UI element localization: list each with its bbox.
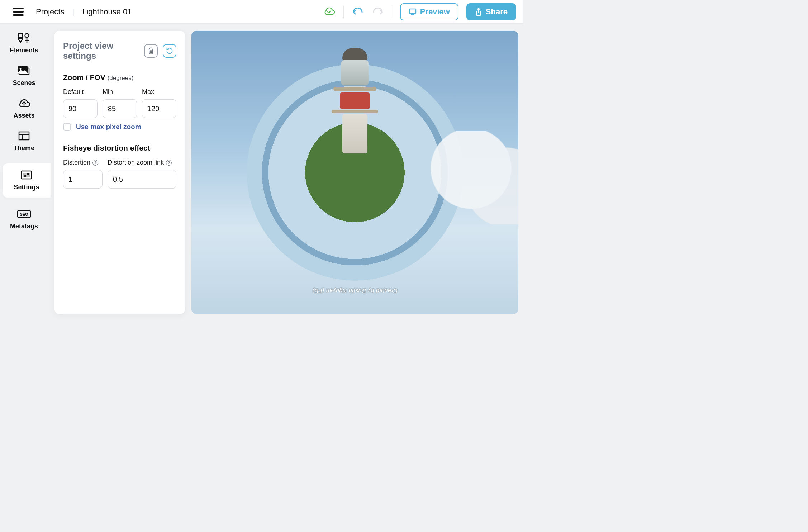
distortion-zoomlink-label: Distortion zoom link ?	[108, 159, 176, 166]
sidebar-item-assets[interactable]: Assets	[7, 98, 41, 119]
fisheye-section-title: Fisheye distortion effect	[63, 144, 176, 152]
distortion-zoomlink-input[interactable]	[108, 170, 176, 189]
cloud-upload-icon	[17, 98, 31, 108]
preview-button-label: Preview	[420, 7, 450, 16]
divider	[343, 5, 344, 18]
share-button[interactable]: Share	[466, 3, 516, 20]
max-fov-input[interactable]	[142, 99, 176, 118]
sidebar-item-label: Metatags	[10, 223, 38, 230]
svg-point-2	[25, 34, 29, 38]
svg-rect-1	[18, 34, 23, 37]
redo-icon[interactable]	[372, 6, 384, 18]
layout-icon	[17, 131, 31, 141]
sidebar-item-settings[interactable]: Settings	[3, 163, 51, 198]
sidebar-item-elements[interactable]: Elements	[7, 33, 41, 54]
breadcrumb: Projects | Lighthouse 01	[36, 7, 132, 16]
help-icon[interactable]: ?	[92, 160, 98, 166]
breadcrumb-projects[interactable]: Projects	[36, 7, 64, 16]
lighthouse-graphic	[330, 48, 380, 153]
sidebar-item-theme[interactable]: Theme	[7, 131, 41, 152]
sidebar-item-label: Elements	[10, 47, 38, 54]
undo-icon	[166, 47, 173, 54]
default-fov-label: Default	[63, 88, 98, 96]
header-actions: Preview Share	[323, 3, 516, 20]
sidebar-item-label: Settings	[14, 184, 39, 191]
sidebar-item-metatags[interactable]: SEO Metatags	[7, 209, 41, 230]
images-stack-icon	[17, 66, 31, 76]
preview-button[interactable]: Preview	[400, 3, 458, 20]
credit-text: Created by Dustin Nguyen (FB)	[312, 288, 398, 294]
max-pixel-zoom-label: Use max pixel zoom	[76, 123, 141, 131]
min-fov-label: Min	[103, 88, 137, 96]
svg-rect-0	[409, 9, 416, 13]
settings-panel: Project view settings Zoom / FOV (degree…	[54, 31, 185, 314]
distortion-label: Distortion ?	[63, 159, 103, 166]
min-fov-input[interactable]	[103, 99, 137, 118]
breadcrumb-current-project[interactable]: Lighthouse 01	[82, 7, 132, 16]
default-fov-input[interactable]	[63, 99, 98, 118]
preview-viewport[interactable]: Created by Dustin Nguyen (FB)	[191, 31, 518, 314]
trash-icon	[147, 47, 155, 54]
shapes-icon	[17, 33, 31, 43]
svg-point-5	[20, 68, 22, 70]
svg-point-9	[24, 175, 26, 177]
header-toolbar: Projects | Lighthouse 01 Pre	[0, 0, 523, 24]
svg-point-8	[27, 173, 29, 175]
share-button-label: Share	[486, 7, 508, 16]
svg-rect-7	[22, 171, 32, 179]
presentation-icon	[409, 8, 417, 15]
sidebar-item-scenes[interactable]: Scenes	[7, 66, 41, 87]
max-pixel-zoom-checkbox[interactable]	[63, 123, 71, 131]
seo-icon: SEO	[17, 209, 31, 219]
undo-icon[interactable]	[352, 6, 364, 18]
sliders-icon	[19, 170, 34, 180]
sidebar-item-label: Scenes	[13, 79, 35, 87]
reset-button[interactable]	[163, 44, 176, 58]
hamburger-menu-icon[interactable]	[13, 8, 24, 16]
sidebar-tabs: Elements Scenes Assets	[0, 31, 48, 314]
breadcrumb-separator: |	[72, 7, 74, 16]
main-area: Elements Scenes Assets	[0, 24, 523, 321]
share-icon	[475, 8, 482, 16]
distortion-input[interactable]	[63, 170, 103, 189]
divider	[392, 5, 392, 18]
panel-header: Project view settings	[63, 41, 176, 61]
delete-button[interactable]	[144, 44, 158, 58]
svg-rect-6	[19, 132, 29, 140]
svg-text:SEO: SEO	[20, 212, 29, 217]
cloud-sync-ok-icon[interactable]	[323, 6, 336, 18]
zoom-section-title: Zoom / FOV (degrees)	[63, 73, 176, 82]
max-fov-label: Max	[142, 88, 176, 96]
sidebar-item-label: Assets	[13, 112, 34, 119]
sidebar-item-label: Theme	[14, 144, 34, 152]
help-icon[interactable]: ?	[166, 160, 172, 166]
panel-title: Project view settings	[63, 41, 139, 61]
